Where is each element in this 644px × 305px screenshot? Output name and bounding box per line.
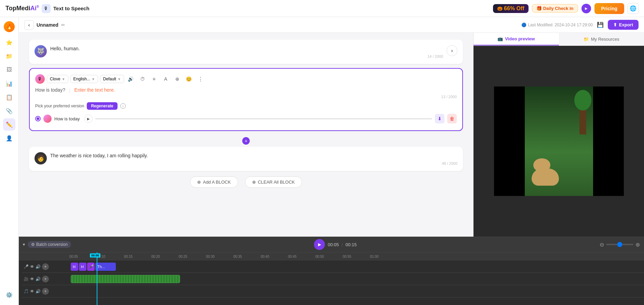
zoom-in-button[interactable]: ⊕ [635, 241, 640, 248]
text-block-2: 🎙 Clove ▼ English... ▼ Default ▼ [29, 68, 463, 131]
video-track-controls: 🎥 👁 🔊 + [22, 276, 69, 282]
eye-music-icon[interactable]: 👁 [30, 289, 34, 294]
add-between-blocks-button[interactable]: + [242, 137, 250, 145]
daily-check-button[interactable]: 🎁 Daily Check in [532, 4, 578, 13]
volume-video-icon[interactable]: 🔊 [36, 277, 41, 281]
audio-download-button[interactable]: ⬇ [435, 114, 444, 123]
volume-icon[interactable]: 🔊 [36, 264, 41, 269]
halloween-promo-button[interactable]: 🎃 66% Off [493, 4, 529, 13]
sidebar-item-folder[interactable]: 📁 [3, 50, 15, 62]
equalizer-control[interactable]: ≡ [149, 74, 159, 84]
batch-conversion-button[interactable]: ⚙ Batch conversion [28, 241, 71, 248]
video-right-bar [593, 87, 624, 196]
timeline-play-button[interactable]: ▶ [314, 239, 325, 250]
sidebar-item-chart[interactable]: 📊 [3, 77, 15, 90]
audio-chip-h2[interactable]: H [79, 263, 86, 271]
more-options-button[interactable]: ⋮ [196, 74, 205, 84]
text-block-1: 🐺 Hello, human. 14 / 2000 › [29, 40, 463, 64]
toolbar-right: 🔵 Last Modified: 2024-10-24 17:29:00 💾 ⬆… [521, 20, 639, 30]
text-block-3: 🧑 The weather is nice today, I am rollin… [29, 147, 463, 171]
last-modified-text: 🔵 Last Modified: 2024-10-24 17:29:00 [521, 23, 592, 27]
audio-track-content: H H 🎤 Th... [71, 262, 644, 271]
emoji-control[interactable]: 😊 [184, 74, 194, 84]
video-icon[interactable]: 🎥 [24, 277, 29, 281]
video-track-bar[interactable] [71, 275, 180, 283]
block-2-input-area[interactable]: How is today? | Enter the text here. 13 … [35, 87, 457, 99]
volume-music-icon[interactable]: 🔊 [36, 289, 41, 294]
header-left: TopMediAi® 🎙 Text to Speech [5, 4, 90, 13]
sidebar-item-pen[interactable]: ✏️ [3, 118, 15, 131]
audio-chip-h1[interactable]: H [71, 263, 78, 271]
toolbar-left: ‹ Unnamed ✏ [24, 20, 65, 30]
video-track-add-button[interactable]: + [42, 276, 49, 282]
audio-progress-bar[interactable] [95, 118, 432, 119]
sidebar-item-settings[interactable]: ⚙️ [3, 289, 15, 301]
language-button[interactable]: 🌐 [628, 3, 639, 14]
font-control[interactable]: A [161, 74, 170, 84]
zoom-out-button[interactable]: ⊖ [600, 241, 604, 248]
speed-control[interactable]: 🔊 [126, 74, 136, 84]
language-selector[interactable]: English... ▼ [70, 75, 98, 83]
regenerate-button[interactable]: Regenerate [87, 102, 117, 110]
video-black-bars [494, 87, 624, 196]
sidebar-item-list[interactable]: 📋 [3, 91, 15, 103]
timeline-panel: ▾ ⚙ Batch conversion ▶ 00:05 / 00:15 ⊖ ⊕ [19, 237, 644, 305]
content-area: ‹ Unnamed ✏ 🔵 Last Modified: 2024-10-24 … [19, 17, 644, 305]
timeline-toolbar-center: ▶ 00:05 / 00:15 [314, 239, 357, 250]
eye-icon[interactable]: 👁 [30, 264, 34, 269]
block-1-text[interactable]: Hello, human. [50, 45, 443, 52]
app-logo: TopMediAi® [5, 5, 39, 12]
music-track-add-button[interactable]: + [42, 288, 49, 295]
edit-title-icon[interactable]: ✏ [61, 22, 65, 28]
mic-icon[interactable]: 🎤 [24, 264, 29, 269]
app-title: Text to Speech [53, 5, 90, 11]
add-block-button[interactable]: ⊕ Add A BLOCK [190, 176, 238, 188]
block-1-expand-button[interactable]: › [447, 45, 457, 56]
block-3-text[interactable]: The weather is nice today, I am rolling … [50, 152, 457, 159]
style-selector[interactable]: Default ▼ [100, 75, 124, 83]
pricing-button[interactable]: Pricing [594, 3, 624, 14]
sidebar-item-user[interactable]: 👤 [3, 132, 15, 144]
sidebar-item-clip[interactable]: 📎 [3, 105, 15, 117]
video-track-content [71, 274, 644, 284]
link-control[interactable]: ⊕ [173, 74, 182, 84]
sidebar-item-media[interactable]: 🖼 [3, 64, 15, 76]
video-track-row: 🎥 👁 🔊 + [22, 273, 644, 285]
audio-chip-mic[interactable]: 🎤 [87, 263, 95, 271]
timeline-playhead-line [97, 261, 97, 305]
ruler-playhead: 00:05 [97, 252, 97, 261]
audio-track-add-button[interactable]: + [42, 263, 49, 270]
music-track-controls: 🎵 👁 🔊 + [22, 288, 69, 295]
video-preview-area [474, 46, 644, 237]
music-icon[interactable]: 🎵 [24, 289, 29, 294]
playhead-label: 00:05 [90, 253, 100, 257]
back-button[interactable]: ‹ [24, 20, 34, 30]
tree-leaves [574, 90, 591, 110]
export-button[interactable]: ⬆ Export [608, 20, 639, 30]
timeline-toolbar-left: ▾ ⚙ Batch conversion [23, 241, 71, 248]
audio-delete-button[interactable]: 🗑 [447, 114, 457, 123]
eye-video-icon[interactable]: 👁 [30, 277, 34, 281]
timer-control[interactable]: ⏱ [138, 74, 147, 84]
audio-chip-th[interactable]: Th... [95, 263, 116, 271]
save-icon[interactable]: 💾 [597, 22, 604, 28]
block-2-controls: 🎙 Clove ▼ English... ▼ Default ▼ [35, 74, 457, 84]
zoom-slider[interactable] [606, 244, 633, 245]
corgi-head [533, 158, 550, 172]
clear-all-button[interactable]: ⊗ CLEAR All BLOCK [245, 176, 302, 188]
tab-my-resources[interactable]: 📁 My Resources [559, 33, 644, 45]
block-2-char-count: 13 / 2000 [35, 95, 457, 99]
voice-selector[interactable]: Clove ▼ [47, 75, 68, 83]
timeline-collapse-button[interactable]: ▾ [23, 242, 25, 247]
audio-play-button[interactable]: ▶ [84, 115, 93, 123]
editor-panel: 🐺 Hello, human. 14 / 2000 › 🎙 Clove [19, 33, 473, 237]
audio-radio-button[interactable] [35, 116, 41, 121]
sidebar-item-home[interactable]: ⭐ [3, 36, 15, 49]
preferred-version-row: Pick your preferred version Regenerate i [35, 102, 457, 110]
info-icon[interactable]: i [120, 103, 126, 109]
ruler-marks: 00:05 00:10 00:15 00:20 00:25 00:30 00:3… [19, 252, 644, 261]
avatar-block-2: 🎙 [35, 74, 45, 84]
avatar-block-1: 🐺 [35, 45, 47, 57]
promo-play-button[interactable]: ▶ [581, 4, 591, 13]
tab-video-preview[interactable]: 📺 Video preview [474, 33, 559, 45]
